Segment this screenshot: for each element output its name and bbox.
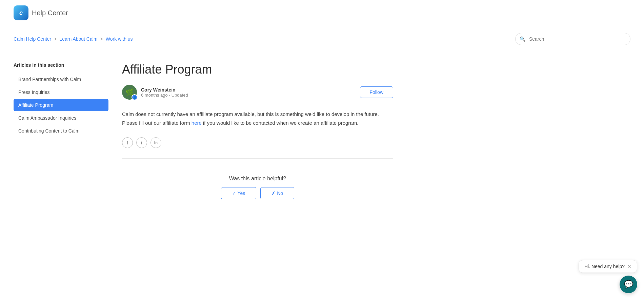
article-body-text-2: if you would like to be contacted when w…: [202, 120, 359, 126]
facebook-icon[interactable]: f: [122, 137, 133, 148]
breadcrumb-sep-1: >: [54, 36, 57, 42]
follow-button[interactable]: Follow: [360, 86, 393, 98]
logo-container: c Help Center: [14, 5, 68, 20]
article-title: Affiliate Program: [122, 62, 393, 77]
breadcrumb-learn[interactable]: Learn About Calm: [59, 36, 97, 42]
sidebar-item-ambassador[interactable]: Calm Ambassador Inquiries: [14, 112, 108, 124]
social-icons: f t in: [122, 137, 393, 148]
helpful-title: Was this article helpful?: [122, 176, 393, 182]
author-date: 6 months ago · Updated: [141, 93, 188, 98]
sidebar-section-title: Articles in this section: [14, 62, 108, 68]
sidebar-item-contributing[interactable]: Contributing Content to Calm: [14, 125, 108, 137]
sidebar-item-brand-partnerships[interactable]: Brand Partnerships with Calm: [14, 73, 108, 85]
calm-logo-icon: c: [14, 5, 28, 20]
breadcrumb-sep-2: >: [100, 36, 103, 42]
main-layout: Articles in this section Brand Partnersh…: [0, 52, 407, 216]
search-container: 🔍: [515, 33, 630, 45]
sidebar: Articles in this section Brand Partnersh…: [14, 62, 108, 206]
author-name: Cory Weinstein: [141, 87, 188, 93]
search-input[interactable]: [515, 33, 630, 45]
sidebar-item-affiliate-program[interactable]: Affiliate Program: [14, 99, 108, 111]
avatar-badge: 👤: [132, 94, 138, 100]
divider: [122, 158, 393, 159]
helpful-buttons: ✓ Yes ✗ No: [122, 187, 393, 199]
article-content: Affiliate Program 🌿 👤 Cory Weinstein 6 m…: [122, 62, 393, 206]
yes-button[interactable]: ✓ Yes: [221, 187, 256, 199]
sidebar-item-press-inquiries[interactable]: Press Inquiries: [14, 86, 108, 98]
twitter-icon[interactable]: t: [136, 137, 147, 148]
author-details: Cory Weinstein 6 months ago · Updated: [141, 87, 188, 98]
helpful-section: Was this article helpful? ✓ Yes ✗ No: [122, 169, 393, 206]
breadcrumb-home[interactable]: Calm Help Center: [14, 36, 51, 42]
header: c Help Center: [0, 0, 644, 26]
header-title: Help Center: [32, 9, 68, 17]
avatar-container: 🌿 👤: [122, 85, 137, 100]
article-body: Calm does not currently have an affiliat…: [122, 110, 393, 127]
affiliate-form-link[interactable]: here: [192, 120, 202, 126]
breadcrumb: Calm Help Center > Learn About Calm > Wo…: [14, 36, 133, 42]
author-info: 🌿 👤 Cory Weinstein 6 months ago · Update…: [122, 85, 188, 100]
article-meta: 🌿 👤 Cory Weinstein 6 months ago · Update…: [122, 85, 393, 100]
breadcrumb-work[interactable]: Work with us: [106, 36, 133, 42]
linkedin-icon[interactable]: in: [150, 137, 161, 148]
search-icon: 🔍: [520, 36, 525, 42]
no-button[interactable]: ✗ No: [260, 187, 294, 199]
breadcrumb-bar: Calm Help Center > Learn About Calm > Wo…: [0, 26, 644, 52]
